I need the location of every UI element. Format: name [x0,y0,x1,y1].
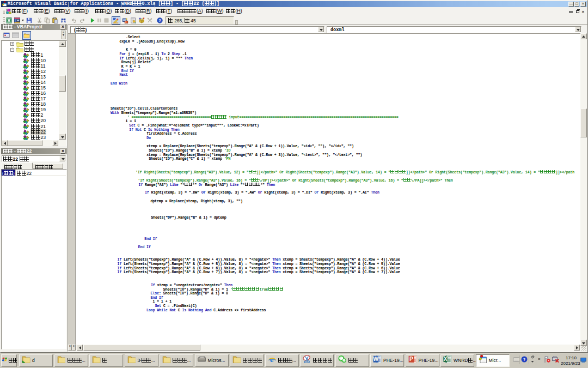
svg-text:?: ? [523,357,526,362]
svg-text:?: ? [158,18,161,23]
svg-text:W: W [373,356,379,362]
svg-text:P: P [409,356,413,362]
svg-text:X: X [444,356,448,362]
